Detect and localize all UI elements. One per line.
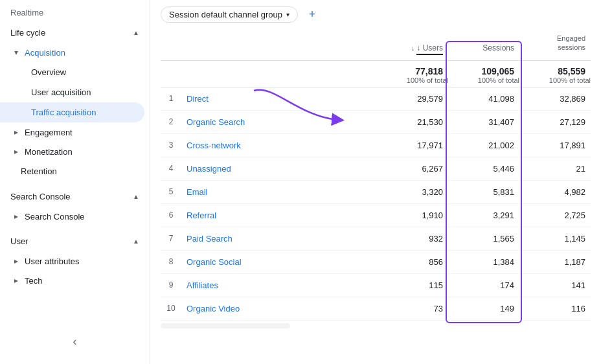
add-filter-button[interactable]: +	[303, 5, 321, 23]
users-cell: 1,910	[377, 208, 448, 223]
engagement-label: Engagement	[25, 128, 73, 137]
table-row[interactable]: 3 Cross-network 17,971 21,002 17,891	[161, 134, 591, 157]
users-total: 77,818 100% of total	[377, 66, 448, 84]
acquisition-label: Acquisition	[25, 48, 65, 58]
sessions-header[interactable]: Sessions	[448, 43, 519, 55]
channel-cell[interactable]: Referral	[181, 208, 377, 223]
horizontal-scrollbar[interactable]	[161, 323, 290, 328]
data-rows: 1 Direct 29,579 41,098 32,869 2 Organic …	[161, 87, 591, 321]
sidebar-item-traffic-acquisition[interactable]: Traffic acquisition	[0, 102, 144, 122]
acquisition-chevron-icon: ▾	[10, 47, 22, 58]
collapse-icon: ‹	[73, 335, 77, 348]
channel-cell[interactable]: Organic Video	[181, 301, 377, 316]
sidebar-item-user-acquisition[interactable]: User acquisition	[0, 82, 144, 102]
table-header: ↓ ↓ Users Sessions Engagedsessions	[161, 26, 591, 61]
channel-cell[interactable]: Paid Search	[181, 231, 377, 246]
users-cell: 3,320	[377, 185, 448, 199]
monetization-label: Monetization	[25, 147, 73, 157]
table-wrapper: ↓ ↓ Users Sessions Engagedsessions 77,81…	[161, 26, 591, 321]
filter-dropdown-icon: ▾	[286, 11, 289, 18]
users-cell: 115	[377, 278, 448, 293]
search-console-section-header[interactable]: Search Console ▲	[0, 187, 150, 207]
sidebar-collapse-button[interactable]: ‹	[0, 330, 150, 354]
table-row[interactable]: 10 Organic Video 73 149 116	[161, 297, 591, 321]
table-row[interactable]: 7 Paid Search 932 1,565 1,145	[161, 227, 591, 251]
sidebar-item-overview[interactable]: Overview	[0, 62, 144, 82]
engaged-cell: 1,187	[519, 255, 591, 269]
main-content: Session default channel group ▾ + ↓ ↓ Us…	[150, 0, 601, 364]
sessions-cell: 1,384	[448, 255, 519, 269]
channel-cell[interactable]: Organic Social	[181, 255, 377, 269]
sessions-cell: 41,098	[448, 91, 519, 106]
users-cell: 29,579	[377, 91, 448, 106]
engaged-cell: 21	[519, 161, 591, 176]
tech-label: Tech	[25, 276, 42, 286]
engaged-cell: 141	[519, 278, 591, 293]
engaged-cell: 2,725	[519, 208, 591, 223]
rank-cell: 1	[161, 91, 181, 106]
table-row[interactable]: 6 Referral 1,910 3,291 2,725	[161, 204, 591, 227]
monetization-chevron-icon: ▸	[10, 146, 22, 157]
sidebar-item-tech[interactable]: ▸ Tech	[0, 271, 150, 290]
sessions-header-label: Sessions	[482, 43, 514, 52]
table-row[interactable]: 8 Organic Social 856 1,384 1,187	[161, 251, 591, 274]
engaged-cell: 116	[519, 301, 591, 316]
users-cell: 73	[377, 301, 448, 316]
user-attributes-label: User attributes	[25, 256, 80, 266]
sessions-cell: 149	[448, 301, 519, 316]
rank-cell: 9	[161, 278, 181, 292]
users-cell: 21,530	[377, 115, 448, 130]
table-row[interactable]: 4 Unassigned 6,267 5,446 21	[161, 157, 591, 181]
engaged-cell: 17,891	[519, 138, 591, 153]
sidebar-item-search-console[interactable]: ▸ Search Console	[0, 207, 150, 226]
rank-cell: 2	[161, 115, 181, 129]
channel-cell[interactable]: Cross-network	[181, 138, 377, 153]
rank-cell: 6	[161, 208, 181, 222]
table-row[interactable]: 9 Affiliates 115 174 141	[161, 274, 591, 297]
sessions-cell: 5,831	[448, 185, 519, 199]
channel-cell[interactable]: Direct	[181, 91, 377, 106]
users-cell: 932	[377, 231, 448, 246]
table-container: Session default channel group ▾ + ↓ ↓ Us…	[150, 0, 601, 328]
sessions-cell: 1,565	[448, 231, 519, 246]
rank-cell: 10	[161, 301, 181, 315]
lifecycle-header[interactable]: Life cycle ▲	[0, 23, 150, 43]
channel-cell[interactable]: Email	[181, 185, 377, 199]
rank-cell: 8	[161, 255, 181, 269]
realtime-label[interactable]: Realtime	[0, 0, 150, 23]
search-console-label: Search Console	[25, 212, 85, 222]
lifecycle-label: Life cycle	[10, 28, 45, 38]
sidebar-item-retention[interactable]: Retention	[0, 161, 144, 181]
sidebar-item-engagement[interactable]: ▸ Engagement	[0, 122, 150, 142]
engaged-cell: 32,869	[519, 91, 591, 106]
sidebar-item-user-attributes[interactable]: ▸ User attributes	[0, 251, 150, 271]
channel-cell[interactable]: Organic Search	[181, 115, 377, 130]
sidebar-item-monetization[interactable]: ▸ Monetization	[0, 142, 150, 161]
search-console-chevron-icon: ▲	[133, 193, 139, 200]
engaged-total: 85,559 100% of total	[519, 66, 591, 84]
user-chevron-icon: ▲	[133, 238, 139, 245]
user-acquisition-label: User acquisition	[31, 87, 91, 97]
user-section-header[interactable]: User ▲	[0, 231, 150, 251]
search-console-expand-icon: ▸	[10, 210, 22, 222]
channel-cell[interactable]: Unassigned	[181, 161, 377, 176]
channel-filter-chip[interactable]: Session default channel group ▾	[161, 6, 298, 23]
traffic-acquisition-label: Traffic acquisition	[31, 108, 96, 117]
rank-cell: 3	[161, 138, 181, 152]
users-header[interactable]: ↓ ↓ Users	[377, 43, 448, 55]
table-row[interactable]: 2 Organic Search 21,530 31,407 27,129	[161, 111, 591, 134]
sessions-cell: 3,291	[448, 208, 519, 223]
channel-header	[181, 52, 377, 55]
filter-label: Session default channel group	[169, 10, 282, 19]
user-section-label: User	[10, 236, 28, 246]
table-row[interactable]: 5 Email 3,320 5,831 4,982	[161, 181, 591, 204]
table-row[interactable]: 1 Direct 29,579 41,098 32,869	[161, 87, 591, 111]
users-cell: 6,267	[377, 161, 448, 176]
sidebar-item-acquisition[interactable]: ▾ Acquisition	[0, 43, 150, 62]
retention-label: Retention	[21, 166, 57, 176]
engaged-cell: 4,982	[519, 185, 591, 199]
engagement-chevron-icon: ▸	[10, 126, 22, 138]
channel-cell[interactable]: Affiliates	[181, 278, 377, 293]
engaged-header[interactable]: Engagedsessions	[519, 34, 591, 55]
engaged-cell: 27,129	[519, 115, 591, 130]
